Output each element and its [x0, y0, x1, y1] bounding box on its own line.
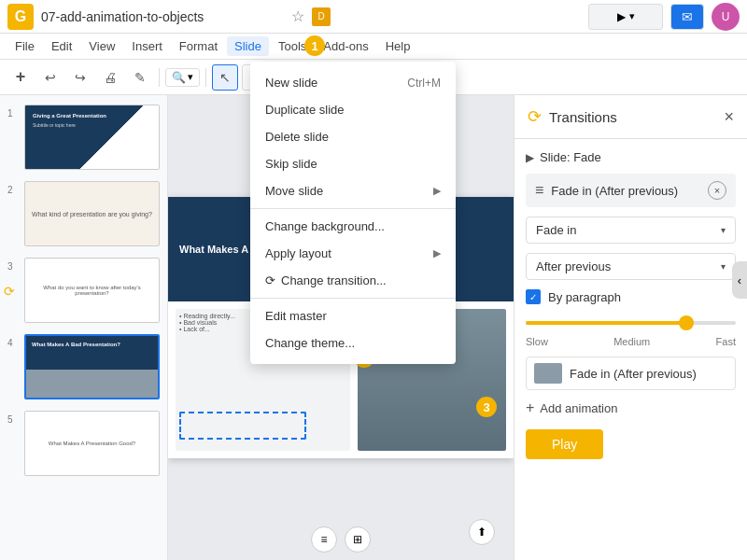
- menu-format[interactable]: Format: [172, 36, 225, 56]
- animation-icon: ≡: [535, 182, 543, 199]
- drive-icon: D: [312, 7, 331, 26]
- transitions-content: ▶ Slide: Fade ≡ Fade in (After previous)…: [514, 139, 747, 560]
- transitions-close-button[interactable]: ×: [724, 107, 734, 127]
- transitions-icon: ⟳: [528, 106, 542, 127]
- right-scroll-hint[interactable]: ‹: [732, 261, 747, 299]
- slide-dropdown-menu: New slide Ctrl+M Duplicate slide Delete …: [250, 62, 456, 364]
- main-area: 1 Giving a Great Presentation Subtitle o…: [0, 95, 747, 560]
- animation-remove-button[interactable]: ×: [708, 181, 726, 200]
- slide-item-1[interactable]: 1 Giving a Great Presentation Subtitle o…: [6, 103, 162, 172]
- slide-menu-section-2: Change background... Apply layout ▶ ⟳ Ch…: [250, 209, 456, 299]
- doc-title[interactable]: 07-add-animation-to-objects: [41, 9, 284, 24]
- menu-view[interactable]: View: [81, 36, 122, 56]
- selection-indicator: [179, 412, 306, 440]
- animation-item-1[interactable]: ≡ Fade in (After previous) ×: [526, 174, 736, 207]
- menu-skip-slide[interactable]: Skip slide: [250, 150, 456, 177]
- slides-panel: 1 Giving a Great Presentation Subtitle o…: [0, 95, 168, 560]
- animation-trigger-dropdown[interactable]: After previous ▾: [526, 253, 736, 280]
- slide-3-preview: What do you want to know after today's p…: [25, 259, 159, 322]
- share-button[interactable]: ✉: [670, 4, 704, 30]
- slides-view-button[interactable]: ≡: [311, 526, 337, 553]
- transitions-title: ⟳ Transitions: [528, 106, 617, 127]
- slide-2-preview: What kind of presentation are you giving…: [25, 182, 159, 245]
- undo-button[interactable]: ↩: [37, 64, 63, 91]
- user-avatar[interactable]: U: [712, 3, 740, 31]
- menu-duplicate-slide[interactable]: Duplicate slide: [250, 96, 456, 123]
- cursor-button[interactable]: ↖: [212, 64, 238, 91]
- slide-3-icon: ⟳: [4, 284, 15, 299]
- transitions-panel: ⟳ Transitions × ▶ Slide: Fade ≡ Fade in …: [514, 95, 747, 560]
- print-button[interactable]: 🖨: [97, 64, 123, 91]
- speed-track: [526, 321, 736, 325]
- toolbar-separator-1: [159, 68, 160, 87]
- speed-labels: Slow Medium Fast: [526, 336, 736, 347]
- slide-item-4[interactable]: 4 What Makes A Bad Presentation?: [6, 332, 162, 401]
- bottom-nav: ≡ ⊞ ⬆: [168, 526, 514, 553]
- menu-move-slide[interactable]: Move slide ▶: [250, 177, 456, 204]
- play-button[interactable]: Play: [526, 429, 603, 459]
- badge-1: 1: [304, 35, 325, 56]
- by-paragraph-checkbox[interactable]: ✓: [526, 289, 541, 304]
- transitions-header: ⟳ Transitions ×: [514, 95, 747, 139]
- slide-menu-section-1: New slide Ctrl+M Duplicate slide Delete …: [250, 65, 456, 209]
- animation-type-dropdown[interactable]: Fade in ▾: [526, 217, 736, 244]
- add-animation-icon: +: [526, 399, 534, 416]
- slide-fade-section[interactable]: ▶ Slide: Fade: [526, 150, 736, 164]
- menu-slide[interactable]: Slide: [227, 36, 269, 56]
- menu-edit-master[interactable]: Edit master: [250, 302, 456, 329]
- animation-thumbnail: [534, 363, 562, 384]
- slide-menu-section-3: Edit master Change theme...: [250, 299, 456, 360]
- add-button[interactable]: +: [7, 64, 34, 91]
- star-icon[interactable]: ☆: [291, 7, 304, 25]
- menu-change-transition[interactable]: ⟳ Change transition...: [250, 267, 456, 294]
- menu-edit[interactable]: Edit: [44, 36, 79, 56]
- zoom-select[interactable]: 🔍 ▾: [165, 68, 200, 87]
- slide-5-preview: What Makes A Presentation Good?: [25, 412, 159, 475]
- dropdown-1-arrow: ▾: [721, 225, 726, 235]
- speed-slider-container: Slow Medium Fast: [526, 314, 736, 347]
- by-paragraph-row[interactable]: ✓ By paragraph: [526, 289, 736, 304]
- badge-3: 3: [476, 397, 497, 417]
- slide-1-preview: Giving a Great Presentation Subtitle or …: [25, 105, 159, 169]
- menu-change-background[interactable]: Change background...: [250, 213, 456, 240]
- speed-fill: [526, 321, 684, 325]
- menu-change-theme[interactable]: Change theme...: [250, 329, 456, 357]
- transition-icon: ⟳: [265, 273, 275, 287]
- paint-format-button[interactable]: ✎: [127, 64, 153, 91]
- menu-delete-slide[interactable]: Delete slide: [250, 123, 456, 150]
- speed-thumb[interactable]: [679, 315, 694, 330]
- menu-help[interactable]: Help: [378, 36, 418, 56]
- grid-view-button[interactable]: ⊞: [345, 526, 371, 553]
- chevron-right-icon: ▶: [526, 151, 534, 164]
- toolbar-separator-2: [205, 68, 206, 87]
- slide-item-2[interactable]: 2 What kind of presentation are you givi…: [6, 179, 162, 248]
- slide-item-3[interactable]: 3 What do you want to know after today's…: [6, 256, 162, 325]
- upload-button[interactable]: ⬆: [469, 519, 495, 545]
- menu-new-slide[interactable]: New slide Ctrl+M: [250, 69, 456, 96]
- slide-4-preview: What Makes A Bad Presentation?: [26, 336, 158, 398]
- redo-button[interactable]: ↪: [67, 64, 93, 91]
- add-animation-row[interactable]: + Add animation: [526, 399, 736, 416]
- app-icon: G: [7, 4, 34, 30]
- dropdown-2-arrow: ▾: [721, 261, 726, 272]
- title-bar: G 07-add-animation-to-objects ☆ D ▶ ▾ ✉ …: [0, 0, 747, 34]
- menu-bar: File Edit View Insert Format Slide Tools…: [0, 34, 747, 60]
- animation-item-2[interactable]: Fade in (After previous): [526, 357, 736, 390]
- present-button[interactable]: ▶ ▾: [588, 4, 663, 30]
- menu-insert[interactable]: Insert: [124, 36, 170, 56]
- menu-apply-layout[interactable]: Apply layout ▶: [250, 240, 456, 267]
- menu-file[interactable]: File: [7, 36, 42, 56]
- slide-item-5[interactable]: 5 What Makes A Presentation Good?: [6, 409, 162, 478]
